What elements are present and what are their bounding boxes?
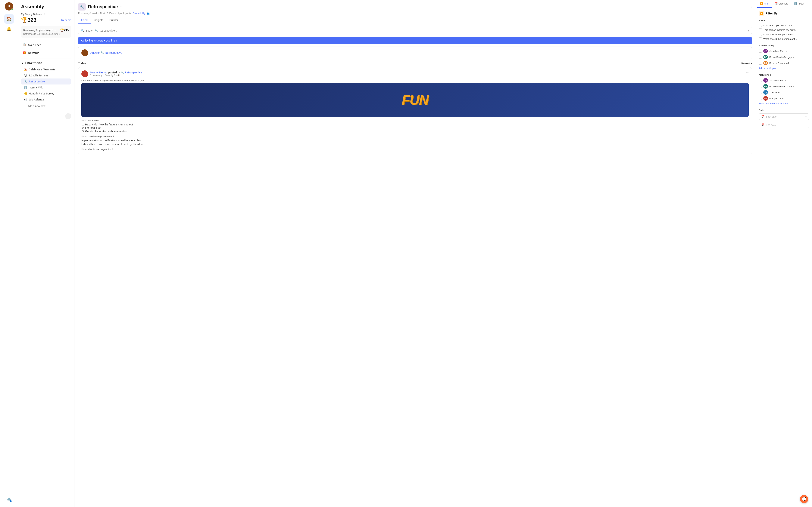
mentioned-checkbox-0[interactable] <box>759 79 762 82</box>
see-visibility-link[interactable]: See visibility <box>133 12 146 15</box>
block-label-3: What should this person cont... <box>763 38 809 40</box>
block-checkbox-0[interactable] <box>759 24 762 27</box>
add-participant-link[interactable]: Add a participant... <box>759 67 779 70</box>
wiki-icon: ℹ️ <box>24 86 27 89</box>
block-item-3[interactable]: What should this person cont... <box>759 37 809 40</box>
block-checkbox-3[interactable] <box>759 37 762 40</box>
sort-dropdown[interactable]: Newest ▾ <box>741 62 752 65</box>
answered-by-item-0[interactable]: JF Jonathan Fields <box>759 49 809 53</box>
answered-by-checkbox-0[interactable] <box>759 50 762 53</box>
answer-avatar <box>82 49 88 56</box>
answered-by-checkbox-1[interactable] <box>759 56 762 59</box>
better-answer2: I should have taken more time up front t… <box>82 143 749 146</box>
list-item: Great collaboration with teammates <box>85 130 749 133</box>
flow-item-wiki[interactable]: ℹ️ Internal Wiki <box>21 84 71 91</box>
tab-insights[interactable]: Insights <box>91 16 106 24</box>
block-item-0[interactable]: Who would you like to provid... <box>759 24 809 27</box>
search-bar[interactable]: 🔍 ▾ <box>78 27 752 34</box>
trophy-info-icon[interactable]: ⓘ <box>43 13 45 16</box>
went-well-list: Happy with how the feature is turning ou… <box>82 123 749 133</box>
mentioned-avatar-1: BP <box>763 84 768 89</box>
post-card: Saanvi Kumar posted in 🔧 Retrospective 1… <box>78 67 752 155</box>
answered-by-item-1[interactable]: BP Bruce Purvis-Burgoyne <box>759 55 809 59</box>
collapse-flow-icon[interactable]: ▲ <box>21 62 24 65</box>
main-feed-nav[interactable]: 📋 Main Feed <box>21 41 71 48</box>
remaining-info-icon[interactable]: ⓘ <box>54 29 56 32</box>
block-label-0: Who would you like to provid... <box>763 24 809 27</box>
mentioned-item-0[interactable]: JF Jonathan Fields <box>759 78 809 82</box>
answer-text[interactable]: Answer 🔧 Retrospective <box>90 51 122 54</box>
filter-different-member-link[interactable]: Filter by a different member... <box>759 102 791 105</box>
settings-nav-icon[interactable]: ⚙️👤 <box>4 495 14 504</box>
block-checkbox-1[interactable] <box>759 29 762 32</box>
block-item-1[interactable]: This person inspired my grow... <box>759 29 809 32</box>
channel-icon: 🔧 <box>78 3 86 10</box>
mentioned-item-2[interactable]: ZJ Zoe Jones <box>759 90 809 95</box>
refreshes-text: Refreshes to 500 Trophies on June 1 <box>23 33 69 35</box>
mentioned-item-3[interactable]: MM Mango Martin <box>759 96 809 101</box>
channel-more-button[interactable]: ··· <box>120 5 122 8</box>
right-tab-about[interactable]: ℹ️ About <box>791 0 807 8</box>
right-tab-calendar[interactable]: 📅 Calendar <box>772 0 791 8</box>
mentioned-checkbox-3[interactable] <box>759 97 762 100</box>
flow-item-1on1[interactable]: 💬 1:1 with Jasmine <box>21 72 71 78</box>
answered-by-avatar-2: BR <box>763 61 768 65</box>
flow-item-referrals[interactable]: 👀 Job Referrals <box>21 97 71 103</box>
mentioned-checkbox-2[interactable] <box>759 91 762 94</box>
mentioned-avatar-3: MM <box>763 96 768 101</box>
answered-by-name-2: Brooke Rosenthal <box>769 62 809 65</box>
feed-date-row: Today Newest ▾ <box>78 62 752 65</box>
chat-bubble-button[interactable]: 💬 <box>800 495 808 503</box>
sort-dropdown-icon: ▾ <box>751 62 752 65</box>
home-nav-icon[interactable]: 🏠 <box>4 14 14 24</box>
answered-by-avatar-0: JF <box>763 49 768 53</box>
bell-nav-icon[interactable]: 🔔 <box>4 24 14 34</box>
calendar-start-icon: 📅 <box>761 115 764 118</box>
dates-title: Dates <box>759 109 809 112</box>
block-item-2[interactable]: What should this person star... <box>759 33 809 36</box>
filter-tab-icon: 🔽 <box>760 2 763 5</box>
block-label-1: This person inspired my grow... <box>763 29 809 32</box>
end-date-input[interactable]: 📅 End date <box>759 122 809 128</box>
mentioned-item-1[interactable]: BP Bruce Purvis-Burgoyne <box>759 84 809 89</box>
user-avatar[interactable]: U <box>5 2 13 10</box>
search-input[interactable] <box>86 29 746 32</box>
trophy-balance-label: My Trophy Balance ⓘ <box>21 13 71 16</box>
expand-panel-button[interactable]: › <box>751 5 752 9</box>
post-author-info: Saanvi Kumar posted in 🔧 Retrospective 1… <box>90 71 142 76</box>
post-channel-link[interactable]: 🔧 Retrospective <box>121 71 142 74</box>
start-date-input[interactable]: 📅 Start date ▾ <box>759 113 809 120</box>
right-tab-filter[interactable]: 🔽 Filter <box>757 0 772 8</box>
mentioned-checkbox-1[interactable] <box>759 85 762 88</box>
mentioned-name-2: Zoe Jones <box>769 91 809 94</box>
list-item: Learned a lot <box>85 126 749 129</box>
post-meta: 1 minute ago • Seen by 1 • 👁️ <box>90 74 142 76</box>
answered-by-item-2[interactable]: BR Brooke Rosenthal <box>759 61 809 65</box>
retrospective-icon: 🔧 <box>24 80 27 83</box>
tab-feed[interactable]: Feed <box>78 16 91 24</box>
flow-item-celebrate[interactable]: 🎉 Celebrate a Teammate <box>21 66 71 72</box>
right-panel-body: 🔽 Filter By Block Who would you like to … <box>756 8 812 135</box>
flow-item-pulse[interactable]: 😊 Monthly Pulse Survey <box>21 91 71 97</box>
add-flow-button[interactable]: + Add a new flow <box>21 103 71 109</box>
post-author-name: Saanvi Kumar posted in 🔧 Retrospective <box>90 71 142 74</box>
tab-builder[interactable]: Builder <box>106 16 121 24</box>
block-checkbox-2[interactable] <box>759 33 762 36</box>
answered-by-section: Answered by JF Jonathan Fields BP Bruce … <box>759 44 809 70</box>
search-dropdown-icon[interactable]: ▾ <box>748 29 749 32</box>
redeem-button[interactable]: Redeem <box>61 18 71 21</box>
right-tabs: 🔽 Filter 📅 Calendar ℹ️ About <box>756 0 812 8</box>
rewards-nav[interactable]: 🎁 Rewards <box>21 49 71 56</box>
what-went-well: What went well? Happy with how the featu… <box>82 119 749 133</box>
start-date-dropdown-icon[interactable]: ▾ <box>805 115 807 118</box>
content-header: 🔧 Retrospective ··· › Runs every 3 weeks… <box>74 0 756 24</box>
content-body: 🔍 ▾ Collecting answers • Due in 3h Answe… <box>74 24 756 507</box>
answer-card[interactable]: Answer 🔧 Retrospective <box>78 47 752 59</box>
flow-item-retrospective[interactable]: 🔧 Retrospective <box>21 78 71 84</box>
answered-by-checkbox-2[interactable] <box>759 62 762 65</box>
mentioned-name-0: Jonathan Fields <box>769 79 809 82</box>
dates-section: Dates 📅 Start date ▾ 📅 End date <box>759 109 809 128</box>
post-more-button[interactable]: ··· <box>746 70 749 74</box>
collapse-sidebar-button[interactable]: ‹ <box>65 113 71 119</box>
block-title: Block <box>759 19 809 22</box>
